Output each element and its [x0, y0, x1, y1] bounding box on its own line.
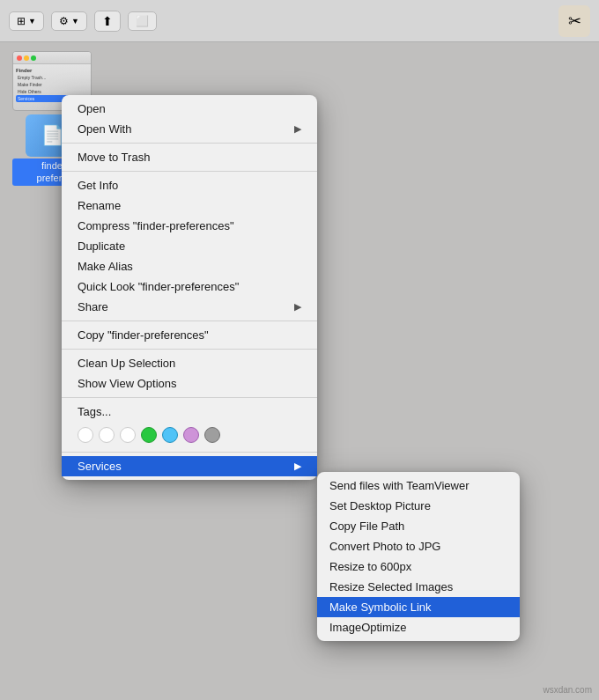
tag-none-1[interactable] [78, 427, 93, 443]
automator-icon[interactable]: ✂ [558, 5, 590, 37]
submenu-item-teamviewer[interactable]: Send files with TeamViewer [317, 475, 520, 496]
submenu-item-resize-selected[interactable]: Resize Selected Images [317, 577, 520, 597]
action-btn[interactable]: ⚙ ▼ [51, 11, 87, 31]
submenu-item-resize-600[interactable]: Resize to 600px [317, 556, 520, 577]
menu-item-show-view[interactable]: Show View Options [62, 373, 317, 394]
menu-item-compress[interactable]: Compress "finder-preferences" [62, 216, 317, 236]
share-icon: ⬆ [102, 14, 113, 28]
menu-item-duplicate[interactable]: Duplicate [62, 236, 317, 256]
separator-4 [62, 349, 317, 350]
separator-1 [62, 143, 317, 144]
tag-none-3[interactable] [120, 427, 136, 443]
submenu-item-copy-file-path[interactable]: Copy File Path [317, 516, 520, 536]
separator-2 [62, 171, 317, 172]
menu-item-make-alias[interactable]: Make Alias [62, 256, 317, 276]
toolbar: ⊞ ▼ ⚙ ▼ ⬆ ⬜ ✂ [0, 0, 599, 42]
desktop: Finder Empty Trash... Make Finder Hide O… [0, 42, 599, 700]
submenu-item-symbolic-link[interactable]: Make Symbolic Link [317, 597, 520, 617]
arrow-icon: ▶ [294, 301, 301, 313]
arrow-icon: ▶ [294, 461, 301, 472]
menu-item-services[interactable]: Services ▶ [62, 456, 317, 476]
tags-row [62, 422, 317, 448]
tag-gray[interactable] [204, 427, 220, 443]
menu-item-copy[interactable]: Copy "finder-preferences" [62, 325, 317, 345]
separator-5 [62, 397, 317, 398]
services-submenu: Send files with TeamViewer Set Desktop P… [317, 472, 520, 641]
separator-6 [62, 452, 317, 453]
chevron-down-icon: ▼ [71, 17, 79, 26]
tag-icon: ⬜ [136, 15, 149, 27]
menu-item-quick-look[interactable]: Quick Look "finder-preferences" [62, 276, 317, 297]
chevron-down-icon: ▼ [28, 17, 36, 26]
tag-purple[interactable] [183, 427, 199, 443]
submenu-item-convert-photo[interactable]: Convert Photo to JPG [317, 536, 520, 556]
menu-item-rename[interactable]: Rename [62, 195, 317, 216]
menu-item-move-to-trash[interactable]: Move to Trash [62, 147, 317, 167]
menu-item-share[interactable]: Share ▶ [62, 297, 317, 317]
separator-3 [62, 321, 317, 321]
menu-item-tags[interactable]: Tags... [62, 402, 317, 422]
tag-btn[interactable]: ⬜ [128, 11, 157, 31]
share-btn[interactable]: ⬆ [94, 11, 121, 32]
watermark: wsxdan.com [543, 685, 592, 695]
menu-item-open[interactable]: Open [62, 99, 317, 119]
tag-none-2[interactable] [99, 427, 115, 443]
grid-icon: ⊞ [17, 15, 26, 27]
menu-item-get-info[interactable]: Get Info [62, 175, 317, 195]
submenu-item-desktop-picture[interactable]: Set Desktop Picture [317, 496, 520, 516]
menu-item-open-with[interactable]: Open With ▶ [62, 119, 317, 139]
arrow-icon: ▶ [294, 123, 301, 135]
gear-icon: ⚙ [59, 15, 69, 27]
context-menu: Open Open With ▶ Move to Trash Get Info … [62, 95, 317, 480]
submenu-item-imageoptimize[interactable]: ImageOptimize [317, 617, 520, 637]
menu-item-clean-up[interactable]: Clean Up Selection [62, 353, 317, 373]
tag-green[interactable] [141, 427, 157, 443]
view-toggle-btn[interactable]: ⊞ ▼ [9, 11, 44, 31]
tag-blue[interactable] [162, 427, 178, 443]
